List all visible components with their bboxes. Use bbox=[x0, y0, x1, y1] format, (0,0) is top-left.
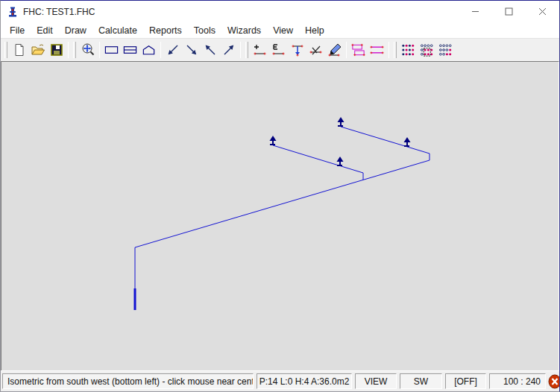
toolbar-separator bbox=[160, 42, 161, 58]
menu-bar: File Edit Draw Calculate Reports Tools W… bbox=[1, 22, 559, 38]
toolbar-separator bbox=[388, 42, 389, 58]
toolbar-separator bbox=[68, 42, 69, 58]
status-view-direction: SW bbox=[400, 373, 442, 389]
menu-edit[interactable]: Edit bbox=[31, 24, 59, 37]
status-toggle: [OFF] bbox=[445, 373, 486, 389]
toolbar-separator bbox=[99, 42, 100, 58]
toolbar bbox=[1, 38, 559, 61]
menu-draw[interactable]: Draw bbox=[59, 24, 92, 37]
status-stats: P:14 L:0 H:4 A:36.0m2 bbox=[257, 373, 352, 389]
pipe-segment[interactable] bbox=[341, 127, 430, 154]
rectangle-tool-button[interactable] bbox=[103, 41, 120, 59]
status-bar: Isometric from south west (bottom left) … bbox=[1, 370, 559, 391]
pentagon-tool-button[interactable] bbox=[140, 41, 157, 59]
draw-ne-button[interactable] bbox=[220, 41, 237, 59]
minimize-button[interactable] bbox=[459, 1, 492, 22]
menu-wizards[interactable]: Wizards bbox=[221, 24, 267, 37]
menu-file[interactable]: File bbox=[4, 24, 31, 37]
menu-tools[interactable]: Tools bbox=[188, 24, 221, 37]
sprinkler-grid-outline-button[interactable] bbox=[437, 41, 454, 59]
sprinkler-head-symbol[interactable] bbox=[404, 137, 411, 146]
status-hint: Isometric from south west (bottom left) … bbox=[2, 373, 254, 389]
toolbar-gripper[interactable] bbox=[4, 42, 7, 58]
save-button[interactable] bbox=[48, 41, 65, 59]
calc-status-red-x-icon bbox=[547, 374, 560, 389]
status-mode: VIEW bbox=[355, 373, 397, 389]
title-bar: FHC: TEST1.FHC bbox=[1, 1, 559, 22]
draw-sw-button[interactable] bbox=[164, 41, 181, 59]
menu-help[interactable]: Help bbox=[299, 24, 330, 37]
toolbar-gripper[interactable] bbox=[245, 42, 248, 58]
toolbar-separator bbox=[346, 42, 347, 58]
menu-calculate[interactable]: Calculate bbox=[92, 24, 143, 37]
break-pipe-button[interactable] bbox=[307, 41, 324, 59]
draw-nw-button[interactable] bbox=[201, 41, 218, 59]
window-title: FHC: TEST1.FHC bbox=[23, 7, 459, 17]
duplicate-range-button[interactable] bbox=[350, 41, 367, 59]
pipe-segment[interactable] bbox=[135, 160, 430, 247]
draw-se-button[interactable] bbox=[183, 41, 200, 59]
app-window: FHC: TEST1.FHC File Edit Draw Calculate … bbox=[0, 0, 560, 392]
elevation-pipe-button[interactable] bbox=[270, 41, 287, 59]
rectangle-split-tool-button[interactable] bbox=[122, 41, 139, 59]
maximize-button[interactable] bbox=[492, 1, 526, 22]
sprinkler-grid-button[interactable] bbox=[400, 41, 417, 59]
zoom-pan-button[interactable] bbox=[79, 41, 96, 59]
range-pipes-button[interactable] bbox=[368, 41, 386, 59]
menu-reports[interactable]: Reports bbox=[143, 24, 188, 37]
toolbar-gripper[interactable] bbox=[73, 42, 76, 58]
new-file-button[interactable] bbox=[10, 41, 28, 59]
drawing-canvas[interactable] bbox=[1, 61, 559, 370]
menu-view[interactable]: View bbox=[267, 24, 299, 37]
open-file-button[interactable] bbox=[29, 41, 46, 59]
sprinkler-head-symbol[interactable] bbox=[338, 117, 345, 126]
close-button[interactable] bbox=[526, 1, 559, 22]
toolbar-separator bbox=[240, 42, 241, 58]
app-logo-icon bbox=[7, 6, 19, 18]
add-pipe-button[interactable] bbox=[251, 41, 268, 59]
pipe-isometric-drawing bbox=[1, 62, 559, 370]
sprinkler-grid-select-button[interactable] bbox=[418, 41, 435, 59]
toolbar-gripper[interactable] bbox=[394, 42, 397, 58]
sprinkler-head-symbol[interactable] bbox=[337, 157, 344, 165]
pipe-segment[interactable] bbox=[273, 145, 363, 173]
edit-pen-button[interactable] bbox=[326, 41, 343, 59]
status-scale: 100 : 240 bbox=[489, 373, 546, 389]
drop-tee-button[interactable] bbox=[289, 41, 306, 59]
sprinkler-head-symbol[interactable] bbox=[270, 136, 277, 145]
